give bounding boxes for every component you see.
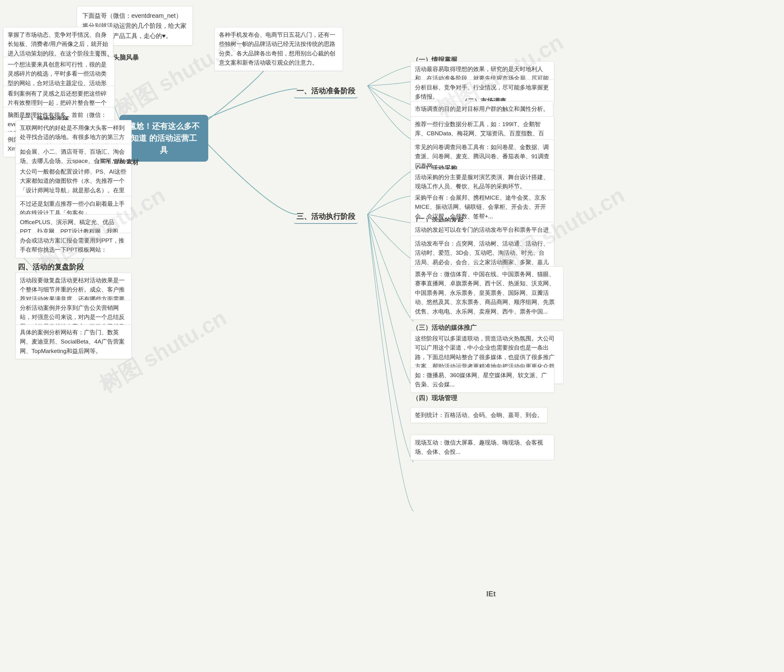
branch3-sub3-tools: 如：微播易、360媒体网、星空媒体网、软文派、广告枭、云会媒... [411,367,554,393]
branch4-sub3: 具体的案例分析网站有：广告门、数英网、麦迪亚邦、SocialBeta、4A广告营… [15,324,132,359]
branch3-sub2-tickets: 票务平台：微信体育、中国在线、中国票务网、猫眼、赛事直播网、卓旗票务网、西十区、… [411,266,563,320]
top-right-box: 各种手机发布会、电商节日五花八门，还有一些独树一帜的品牌活动已经无法按传统的思路… [215,27,343,71]
branch3-sub4-sign: 签到统计：百格活动、会码、会晌、嘉哥、到会。 [411,407,548,423]
mindmap-container: 树图 shutu.cn 树图 shutu.cn 树图 shutu.cn 树图 s… [0,0,784,672]
branch1-label: 一、活动准备阶段 [294,84,358,98]
center-title: 尴尬！还有这么多不知道 的活动运营工具 [128,121,200,155]
branch3-sub4-screen: 现场互动：微信大屏幕、趣现场、嗨现场、会客视场、会体、会投... [411,435,554,460]
top-right-text: 各种手机发布会、电商节日五花八门，还有一些独树一帜的品牌活动已经无法按传统的思路… [219,31,335,66]
branch3-label: 三、活动执行阶段 [294,210,358,224]
branch2-sub2-ppt: 办会或活动方案汇报会需要用到PPT，推手在帮你挑选一下PPT模板网站： [15,233,132,258]
branch3-sub4-label: （四）现场管理 [411,392,459,404]
center-node: 尴尬！还有这么多不知道 的活动运营工具 [120,115,208,161]
branch1-sub2-content: 市场调查的目的是对目标用户群的触立和属性分析。 [411,101,554,117]
